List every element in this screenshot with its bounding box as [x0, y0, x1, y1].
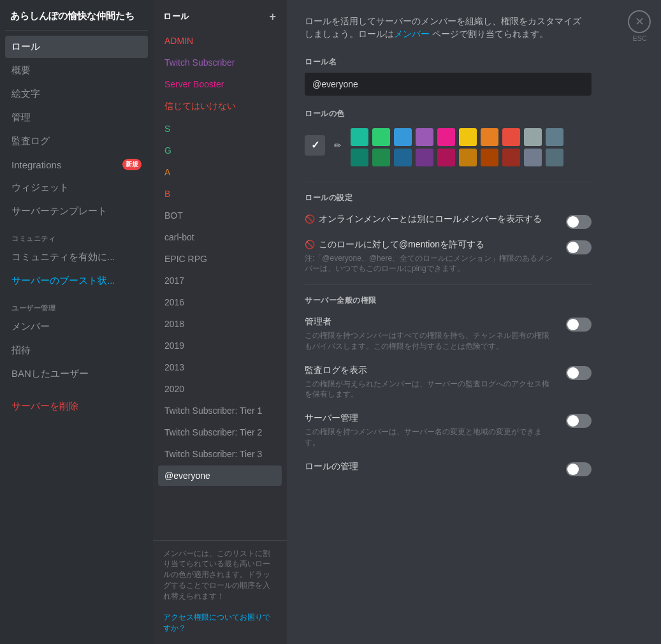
- block-icon-2: 🚫: [305, 240, 315, 249]
- nav-item-moderation[interactable]: 管理: [5, 106, 148, 129]
- toggle-show-separately-switch[interactable]: [566, 215, 592, 229]
- nav-item-emoji[interactable]: 絵文字: [5, 83, 148, 105]
- block-icon-1: 🚫: [305, 214, 315, 224]
- permission-administrator-desc: この権限を持つメンバーはすべての権限を持ち、チャンネル固有の権限もバイパスします…: [305, 330, 556, 352]
- nav-item-template[interactable]: サーバーテンプレート: [5, 200, 148, 223]
- permission-administrator-left: 管理者 この権限を持つメンバーはすべての権限を持ち、チャンネル固有の権限もバイパ…: [305, 316, 556, 352]
- role-item-twitch-tier3[interactable]: Twitch Subscriber: Tier 3: [158, 444, 282, 464]
- nav-item-integrations[interactable]: Integrations 新規: [5, 154, 148, 175]
- role-item-twitch-sub[interactable]: Twitch Subscriber: [158, 52, 282, 73]
- role-item-bot[interactable]: BOT: [158, 205, 282, 226]
- permission-manage-server-switch[interactable]: [566, 414, 592, 428]
- color-cell-1[interactable]: [372, 128, 390, 146]
- user-management-section-label: ユーザー管理: [5, 293, 148, 316]
- role-item-a[interactable]: A: [158, 162, 282, 182]
- color-cell-15[interactable]: [459, 149, 477, 166]
- close-label: ESC: [632, 34, 647, 42]
- nav-item-audit-log[interactable]: 監査ログ: [5, 130, 148, 152]
- color-cell-5[interactable]: [459, 128, 477, 146]
- color-cell-12[interactable]: [394, 149, 412, 166]
- toggle-show-separately-title: 🚫 オンラインメンバーとは別にロールメンバーを表示する: [305, 214, 556, 225]
- nav-item-invites[interactable]: 招待: [5, 339, 148, 362]
- color-cell-13[interactable]: [416, 149, 433, 166]
- color-cell-19[interactable]: [546, 149, 563, 166]
- permission-manage-roles-left: ロールの管理: [305, 461, 556, 475]
- roles-list: ADMIN Twitch Subscriber Server Booster 信…: [153, 28, 287, 540]
- color-grid: [351, 128, 565, 166]
- toggle-allow-mention-switch[interactable]: [566, 240, 592, 254]
- color-cell-18[interactable]: [524, 149, 542, 166]
- role-name-label: ロール名: [305, 57, 643, 68]
- role-panel-header: ロール +: [153, 0, 287, 28]
- intro-members-link[interactable]: メンバー: [394, 29, 430, 39]
- nav-item-delete-server[interactable]: サーバーを削除: [5, 395, 148, 418]
- permission-administrator-text: 管理者: [305, 316, 331, 328]
- permission-administrator-switch[interactable]: [566, 318, 592, 332]
- color-cell-10[interactable]: [351, 149, 368, 166]
- nav-label-template: サーバーテンプレート: [11, 205, 107, 217]
- role-item-2013[interactable]: 2013: [158, 357, 282, 377]
- toggle-show-separately: 🚫 オンラインメンバーとは別にロールメンバーを表示する: [305, 214, 592, 229]
- toggle-allow-mention-left: 🚫 このロールに対して@mentionを許可する 注:「@everyone、@h…: [305, 239, 556, 275]
- server-name: あらしんぽの愉快な仲間たち: [5, 10, 148, 31]
- role-item-twitch-tier2[interactable]: Twitch Subscriber: Tier 2: [158, 422, 282, 443]
- color-cell-11[interactable]: [372, 149, 390, 166]
- permission-manage-roles-switch[interactable]: [566, 462, 592, 476]
- nav-item-roles[interactable]: ロール: [5, 36, 148, 58]
- role-item-server-booster[interactable]: Server Booster: [158, 74, 282, 94]
- color-cell-16[interactable]: [481, 149, 498, 166]
- role-name-input[interactable]: [305, 73, 592, 96]
- color-cell-2[interactable]: [394, 128, 412, 146]
- nav-label-widget: ウィジェット: [11, 182, 69, 194]
- color-cell-17[interactable]: [502, 149, 520, 166]
- role-panel-title: ロール: [163, 11, 189, 22]
- intro-text: ロールを活用してサーバーのメンバーを組織し、権限をカスタマイズしましょう。ロール…: [305, 15, 585, 41]
- color-cell-3[interactable]: [416, 128, 433, 146]
- permission-administrator-row: 管理者 この権限を持つメンバーはすべての権限を持ち、チャンネル固有の権限もバイパ…: [305, 316, 592, 352]
- role-item-2016[interactable]: 2016: [158, 292, 282, 312]
- role-item-2019[interactable]: 2019: [158, 335, 282, 356]
- color-cell-8[interactable]: [524, 128, 542, 146]
- nav-item-boost[interactable]: サーバーのブースト状...: [5, 270, 148, 292]
- role-color-label: ロールの色: [305, 108, 643, 119]
- role-info-link[interactable]: アクセス権限についてお困りですか？: [163, 613, 270, 633]
- color-cell-0[interactable]: [351, 128, 368, 146]
- role-item-admin[interactable]: ADMIN: [158, 31, 282, 51]
- nav-item-enable-community[interactable]: コミュニティを有効に...: [5, 246, 148, 268]
- selected-color-swatch[interactable]: [305, 135, 325, 156]
- nav-item-members[interactable]: メンバー: [5, 316, 148, 338]
- permission-manage-roles-title: ロールの管理: [305, 461, 556, 472]
- color-picker-pencil[interactable]: ✏: [329, 136, 347, 154]
- close-button[interactable]: ✕: [628, 10, 651, 33]
- toggle-show-separately-text: オンラインメンバーとは別にロールメンバーを表示する: [319, 214, 542, 225]
- color-section: ロールの色 ✏: [305, 108, 643, 166]
- nav-item-widget[interactable]: ウィジェット: [5, 177, 148, 199]
- permission-manage-roles: ロールの管理: [305, 461, 592, 476]
- role-item-2018[interactable]: 2018: [158, 314, 282, 334]
- color-cell-9[interactable]: [546, 128, 563, 146]
- color-cell-6[interactable]: [481, 128, 498, 146]
- role-item-twitch-tier1[interactable]: Twitch Subscriber: Tier 1: [158, 400, 282, 421]
- role-item-epic-rpg[interactable]: EPIC RPG: [158, 249, 282, 269]
- toggle-allow-mention-desc: 注:「@everyone、@here、全てのロールにメンション」権限のあるメンバ…: [305, 253, 556, 275]
- color-cell-14[interactable]: [437, 149, 455, 166]
- nav-label-enable-community: コミュニティを有効に...: [11, 251, 115, 263]
- color-cell-4[interactable]: [437, 128, 455, 146]
- permission-manage-server-text: サーバー管理: [305, 413, 358, 424]
- role-item-2020[interactable]: 2020: [158, 379, 282, 399]
- nav-item-bans[interactable]: BANしたユーザー: [5, 363, 148, 385]
- role-item-everyone[interactable]: @everyone: [158, 465, 282, 486]
- main-content: ✕ ESC ロールを活用してサーバーのメンバーを組織し、権限をカスタマイズしまし…: [287, 0, 661, 644]
- add-role-button[interactable]: +: [266, 10, 279, 23]
- nav-item-overview[interactable]: 概要: [5, 59, 148, 82]
- role-item-g[interactable]: G: [158, 140, 282, 161]
- role-item-2017[interactable]: 2017: [158, 270, 282, 291]
- nav-label-integrations: Integrations: [11, 159, 61, 170]
- color-cell-7[interactable]: [502, 128, 520, 146]
- role-item-shinjite[interactable]: 信じてはいけない: [158, 96, 282, 117]
- permission-manage-server-desc: この権限を持つメンバーは、サーバー名の変更と地域の変更ができます。: [305, 427, 556, 448]
- role-item-s[interactable]: S: [158, 119, 282, 139]
- role-item-carl-bot[interactable]: carl-bot: [158, 227, 282, 247]
- role-item-b[interactable]: B: [158, 184, 282, 204]
- permission-view-audit-log-switch[interactable]: [566, 366, 592, 380]
